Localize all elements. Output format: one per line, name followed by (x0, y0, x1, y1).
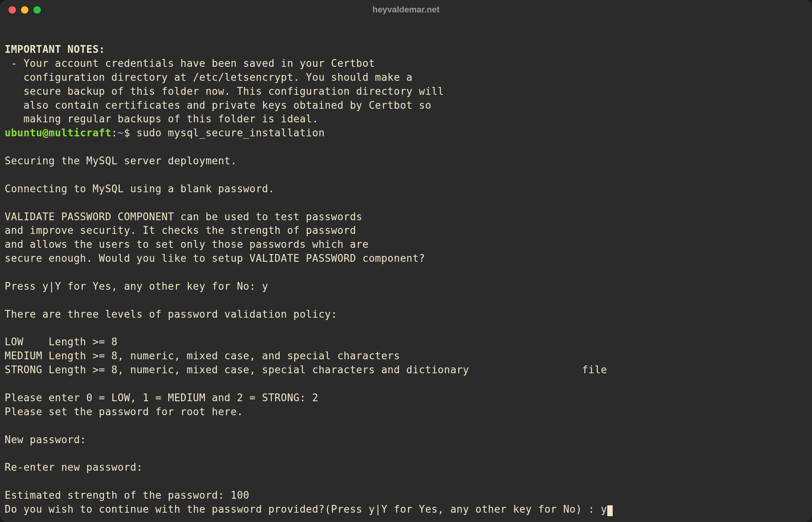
maximize-button[interactable] (33, 6, 41, 14)
prompt-path: ~ (118, 127, 124, 139)
close-button[interactable] (9, 6, 16, 14)
prompt-user-host: ubuntu@multicraft (5, 127, 112, 139)
output-line: VALIDATE PASSWORD COMPONENT can be used … (5, 211, 362, 223)
important-notes-heading: IMPORTANT NOTES: (5, 44, 105, 55)
note-line: configuration directory at /etc/letsencr… (5, 71, 413, 83)
output-line: Please set the password for root here. (5, 406, 243, 418)
password-prompt: Re-enter new password: (5, 461, 149, 473)
note-line: - Your account credentials have been sav… (5, 57, 375, 69)
titlebar: heyvaldemar.net (0, 0, 812, 19)
output-line: There are three levels of password valid… (5, 308, 337, 320)
policy-line-medium: MEDIUM Length >= 8, numeric, mixed case,… (5, 350, 400, 362)
policy-line-strong: STRONG Length >= 8, numeric, mixed case,… (5, 364, 607, 376)
input-prompt-line: Please enter 0 = LOW, 1 = MEDIUM and 2 =… (5, 392, 319, 404)
command-text: sudo mysql_secure_installation (136, 127, 325, 139)
note-line: also contain certificates and private ke… (5, 99, 431, 111)
output-line: Securing the MySQL server deployment. (5, 155, 237, 167)
window-title: heyvaldemar.net (373, 5, 439, 15)
output-line: secure enough. Would you like to setup V… (5, 252, 425, 264)
input-prompt-line: Press y|Y for Yes, any other key for No:… (5, 280, 268, 292)
output-line: and allows the users to set only those p… (5, 238, 369, 250)
output-line: and improve security. It checks the stre… (5, 224, 356, 236)
traffic-lights (9, 6, 41, 14)
cursor-icon (607, 505, 613, 516)
terminal-content[interactable]: IMPORTANT NOTES: - Your account credenti… (0, 19, 812, 522)
input-prompt-line: Do you wish to continue with the passwor… (5, 503, 607, 515)
note-line: making regular backups of this folder is… (5, 113, 319, 125)
password-prompt: New password: (5, 434, 92, 445)
output-line: Connecting to MySQL using a blank passwo… (5, 183, 275, 195)
output-line: Estimated strength of the password: 100 (5, 489, 256, 501)
prompt-symbol: $ (124, 127, 136, 139)
prompt-colon: : (112, 127, 118, 139)
minimize-button[interactable] (21, 6, 28, 14)
policy-line-low: LOW Length >= 8 (5, 336, 118, 348)
note-line: secure backup of this folder now. This c… (5, 85, 444, 97)
terminal-window: heyvaldemar.net IMPORTANT NOTES: - Your … (0, 0, 812, 522)
